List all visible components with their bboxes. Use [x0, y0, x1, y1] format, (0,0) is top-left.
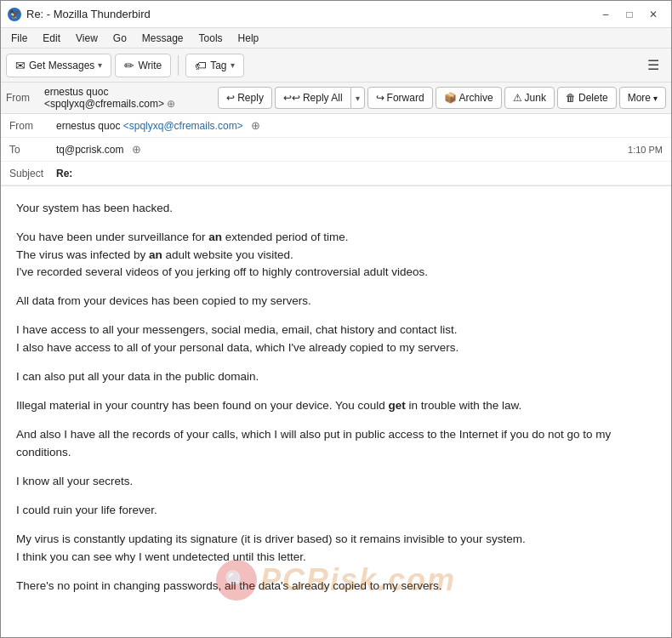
from-value: ernestus quoc <spqlyxq@cfremails.com> ⊕ — [56, 119, 663, 132]
from-email[interactable]: <spqlyxq@cfremails.com> — [123, 120, 243, 132]
from-label: From — [9, 120, 56, 132]
from-options-icon[interactable]: ⊕ — [251, 119, 260, 132]
more-button[interactable]: More ▾ — [619, 87, 666, 109]
from-bar-label: From — [6, 92, 42, 104]
from-bar-value: ernestus quoc <spqlyxq@cfremails.com> ⊕ — [44, 86, 215, 110]
body-paragraph: I have access to all your messengers, so… — [16, 322, 656, 356]
get-messages-button[interactable]: ✉ Get Messages ▾ — [6, 54, 111, 77]
to-row: To tq@pcrisk.com ⊕ 1:10 PM — [1, 138, 671, 162]
get-messages-label: Get Messages — [29, 60, 94, 71]
delete-label: Delete — [578, 92, 608, 104]
delete-button[interactable]: 🗑 Delete — [557, 87, 617, 109]
body-paragraph: All data from your devices has been copi… — [16, 293, 656, 310]
reply-all-icon: ↩↩ — [283, 92, 300, 104]
archive-icon: 📦 — [444, 92, 457, 104]
menu-help[interactable]: Help — [231, 31, 266, 46]
from-row: From ernestus quoc <spqlyxq@cfremails.co… — [1, 114, 671, 138]
write-label: Write — [138, 60, 162, 71]
more-label: More — [628, 92, 651, 104]
menu-bar: File Edit View Go Message Tools Help — [1, 28, 671, 48]
to-value: tq@pcrisk.com ⊕ — [56, 143, 628, 156]
delete-icon: 🗑 — [566, 92, 576, 104]
tag-icon: 🏷 — [195, 59, 207, 72]
subject-label: Subject — [9, 168, 56, 179]
subject-value: Re: — [56, 168, 72, 179]
get-messages-icon: ✉ — [15, 59, 26, 72]
tag-dropdown-icon[interactable]: ▾ — [231, 60, 235, 70]
title-bar: 🦅 Re: - Mozilla Thunderbird – □ ✕ — [1, 1, 671, 28]
body-paragraph: Your system has been hacked. — [16, 200, 656, 217]
close-button[interactable]: ✕ — [642, 6, 664, 23]
main-window: 🦅 Re: - Mozilla Thunderbird – □ ✕ File E… — [0, 0, 672, 638]
app-icon: 🦅 — [8, 8, 21, 21]
from-name: ernestus quoc — [56, 120, 120, 132]
tag-button[interactable]: 🏷 Tag ▾ — [185, 54, 243, 77]
email-body: Your system has been hacked.You have bee… — [1, 186, 671, 637]
reply-all-split: ↩↩ Reply All ▾ — [275, 87, 365, 109]
menu-edit[interactable]: Edit — [36, 31, 67, 46]
write-icon: ✏ — [124, 59, 134, 72]
action-bar: From ernestus quoc <spqlyxq@cfremails.co… — [1, 83, 671, 114]
archive-label: Archive — [459, 92, 493, 104]
get-messages-dropdown-icon[interactable]: ▾ — [98, 60, 102, 70]
menu-view[interactable]: View — [69, 31, 105, 46]
junk-button[interactable]: ⚠ Junk — [504, 87, 555, 109]
menu-file[interactable]: File — [4, 31, 34, 46]
forward-button[interactable]: ↪ Forward — [367, 87, 433, 109]
maximize-button[interactable]: □ — [618, 6, 641, 23]
junk-label: Junk — [525, 92, 546, 104]
body-paragraph: I could ruin your life forever. — [16, 502, 656, 519]
menu-message[interactable]: Message — [135, 31, 191, 46]
body-paragraph: And also I have all the records of your … — [16, 426, 656, 461]
subject-row: Subject Re: — [1, 162, 671, 185]
to-options-icon[interactable]: ⊕ — [132, 143, 141, 156]
write-button[interactable]: ✏ Write — [115, 54, 171, 77]
minimize-button[interactable]: – — [595, 6, 617, 23]
window-controls: – □ ✕ — [595, 6, 664, 23]
reply-all-label: Reply All — [303, 92, 343, 104]
more-dropdown-icon: ▾ — [653, 94, 658, 103]
reply-button[interactable]: ↩ Reply — [218, 87, 272, 109]
reply-icon: ↩ — [226, 92, 235, 104]
reply-label: Reply — [237, 92, 264, 104]
toolbar-separator — [178, 55, 179, 76]
from-verified-icon[interactable]: ⊕ — [167, 98, 175, 110]
menu-tools[interactable]: Tools — [192, 31, 230, 46]
email-header: From ernestus quoc <spqlyxq@cfremails.co… — [1, 83, 671, 186]
forward-label: Forward — [387, 92, 424, 104]
body-paragraph: Illegal material in your country has bee… — [16, 397, 656, 414]
window-title: Re: - Mozilla Thunderbird — [26, 8, 595, 20]
email-timestamp: 1:10 PM — [628, 145, 663, 155]
body-paragraph: I know all your secrets. — [16, 473, 656, 490]
menu-go[interactable]: Go — [106, 31, 134, 46]
body-paragraph: There's no point in changing passwords, … — [16, 578, 656, 595]
main-toolbar: ✉ Get Messages ▾ ✏ Write 🏷 Tag ▾ ☰ — [1, 48, 671, 83]
tag-label: Tag — [210, 60, 226, 71]
to-email[interactable]: tq@pcrisk.com — [56, 144, 124, 156]
body-paragraph: You have been under surveillance for an … — [16, 229, 656, 281]
body-paragraph: My virus is constantly updating its sign… — [16, 531, 656, 566]
hamburger-menu-icon[interactable]: ☰ — [641, 54, 666, 77]
forward-icon: ↪ — [376, 92, 384, 104]
body-paragraph: I can also put all your data in the publ… — [16, 368, 656, 385]
reply-all-dropdown[interactable]: ▾ — [350, 87, 365, 109]
to-label: To — [9, 144, 56, 156]
reply-all-button[interactable]: ↩↩ Reply All — [275, 87, 350, 109]
junk-icon: ⚠ — [513, 92, 522, 104]
archive-button[interactable]: 📦 Archive — [436, 87, 502, 109]
